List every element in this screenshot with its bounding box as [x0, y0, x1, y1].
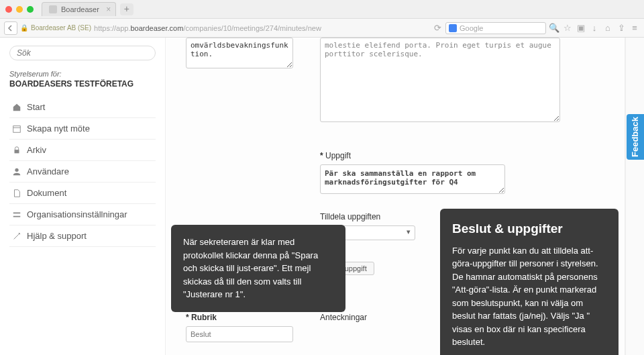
url-toolbar: 🔒 Boardeaser AB (SE) https://app.boardea…	[0, 19, 644, 38]
sidebar-item-label: Skapa nytt möte	[27, 123, 90, 134]
right-note-textarea[interactable]	[320, 38, 560, 122]
search-glass-icon[interactable]: 🔍	[549, 23, 559, 34]
url-domain: boardeaser.com	[130, 24, 183, 32]
sidebar-item-documents[interactable]: Dokument	[9, 183, 156, 204]
sidebar-item-users[interactable]: Användare	[9, 161, 156, 183]
boardroom-for-label: Styrelserum för:	[9, 70, 156, 78]
right-gutter	[625, 38, 644, 355]
zoom-window-icon[interactable]	[27, 6, 34, 13]
home-icon[interactable]: ⌂	[602, 23, 613, 34]
sidebar-item-label: Organisationsinställningar	[27, 209, 127, 219]
sidebar-item-label: Dokument	[27, 188, 66, 198]
url-field[interactable]: https://app.boardeaser.com/companies/10/…	[94, 24, 429, 32]
bookmark-icon[interactable]: ☆	[562, 23, 573, 34]
sidebar-item-start[interactable]: Start	[9, 97, 156, 118]
home-icon	[12, 103, 21, 112]
left-note-textarea[interactable]	[186, 38, 293, 68]
svg-rect-4	[13, 212, 21, 213]
tab-title: Boardeaser	[61, 5, 99, 13]
callout-decisions-title: Beslut & uppgifter	[452, 219, 606, 239]
user-icon	[12, 167, 21, 176]
callout-protocol-text: När sekreteraren är klar med protokollet…	[183, 237, 318, 299]
rubrik-label: * Rubrik	[186, 313, 293, 322]
url-path: /companies/10/meetings/274/minutes/new	[183, 24, 321, 32]
sidebar-item-label: Start	[27, 102, 45, 112]
new-tab-button[interactable]: +	[120, 3, 133, 15]
rubrik-input[interactable]	[186, 326, 293, 342]
clipboard-icon[interactable]: ▣	[576, 23, 586, 34]
feedback-tab[interactable]: Feedback	[627, 114, 644, 160]
google-icon	[449, 24, 457, 32]
menu-icon[interactable]: ≡	[629, 23, 640, 34]
sidebar-search-input[interactable]	[9, 46, 156, 60]
file-icon	[12, 189, 21, 198]
share-icon[interactable]: ⇪	[616, 23, 627, 34]
reload-icon[interactable]: ⟳	[432, 23, 443, 34]
sidebar-item-archive[interactable]: Arkiv	[9, 140, 156, 161]
minimize-window-icon[interactable]	[16, 6, 23, 13]
lock-icon: 🔒	[20, 24, 28, 32]
browser-tab[interactable]: Boardeaser ×	[42, 2, 116, 16]
window-titlebar: Boardeaser × +	[0, 0, 644, 19]
url-prefix: https://app.	[94, 24, 130, 32]
sidebar-item-new-meeting[interactable]: Skapa nytt möte	[9, 118, 156, 140]
task-label: * * UppgiftUppgift	[320, 151, 604, 160]
company-name: BOARDEASERS TESTFÖRETAG	[9, 79, 156, 89]
svg-rect-2	[15, 150, 19, 153]
back-button[interactable]	[4, 21, 17, 35]
favicon-icon	[49, 5, 57, 13]
close-window-icon[interactable]	[5, 6, 12, 13]
svg-point-3	[15, 168, 18, 171]
sidebar-item-label: Användare	[27, 166, 69, 176]
lock-icon	[12, 146, 21, 155]
callout-decisions-text: För varje punkt kan du att tilldela att-…	[452, 246, 598, 348]
settings-icon	[12, 210, 21, 219]
search-placeholder: Google	[460, 24, 483, 32]
svg-rect-5	[13, 215, 21, 217]
callout-decisions: Beslut & uppgifter För varje punkt kan d…	[440, 209, 619, 355]
svg-rect-0	[13, 125, 21, 132]
sidebar-item-org-settings[interactable]: Organisationsinställningar	[9, 204, 156, 225]
traffic-lights	[5, 6, 34, 13]
close-tab-icon[interactable]: ×	[105, 5, 113, 13]
sidebar-item-label: Arkiv	[27, 145, 46, 155]
sidebar-item-help[interactable]: Hjälp & support	[9, 225, 156, 247]
help-icon	[12, 232, 21, 241]
download-icon[interactable]: ↓	[589, 23, 600, 34]
browser-search-input[interactable]: Google	[445, 22, 546, 34]
sidebar: Styrelserum för: BOARDEASERS TESTFÖRETAG…	[0, 38, 165, 355]
task-textarea[interactable]	[320, 164, 505, 194]
callout-protocol: När sekreteraren är klar med protokollet…	[171, 225, 345, 312]
ssl-company-badge: Boardeaser AB (SE)	[31, 24, 91, 32]
sidebar-item-label: Hjälp & support	[27, 231, 87, 241]
calendar-icon	[12, 124, 21, 134]
